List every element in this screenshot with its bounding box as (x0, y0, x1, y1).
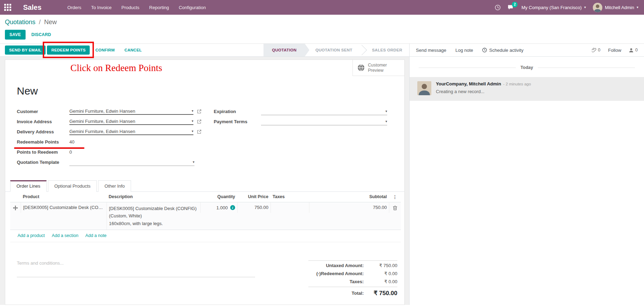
field-label: Customer (17, 109, 69, 114)
col-description[interactable]: Description (107, 192, 200, 202)
dropdown-caret-icon[interactable]: ▾ (192, 109, 193, 113)
divider-line (538, 68, 635, 68)
field-invoice-address: Invoice Address Gemini Furniture, Edwin … (17, 117, 201, 127)
cancel-button[interactable]: CANCEL (120, 46, 146, 55)
chatter-message[interactable]: YourCompany, Mitchell Admin - 2 minutes … (410, 77, 644, 101)
activities-clock-icon[interactable] (495, 5, 501, 11)
chatter-topbar: Send message Log note Schedule activity … (409, 44, 644, 56)
messages-icon[interactable]: 2 (508, 5, 514, 11)
dropdown-caret-icon[interactable]: ▾ (385, 110, 387, 113)
taxes-row: Taxes: ₹ 0.00 (308, 278, 397, 286)
followers-button[interactable]: 0 (629, 48, 638, 53)
menu-orders[interactable]: Orders (62, 0, 86, 15)
tab-optional-products[interactable]: Optional Products (48, 180, 97, 192)
menu-reporting[interactable]: Reporting (144, 0, 174, 15)
message-content: YourCompany, Mitchell Admin - 2 minutes … (436, 81, 531, 95)
field-quotation-template: Quotation Template ▾ (17, 157, 201, 167)
breadcrumb-quotations[interactable]: Quotations (5, 19, 35, 26)
add-product-link[interactable]: Add a product (18, 233, 45, 238)
customer-preview-button[interactable]: Customer Preview (352, 60, 404, 76)
message-author[interactable]: YourCompany, Mitchell Admin (436, 81, 501, 86)
add-note-link[interactable]: Add a note (85, 233, 107, 238)
col-product[interactable]: Product (21, 192, 107, 202)
add-section-link[interactable]: Add a section (52, 233, 78, 238)
control-panel: Quotations / New SAVE DISCARD (0, 15, 644, 43)
apps-grid-icon[interactable] (4, 4, 11, 11)
app-title[interactable]: Sales (23, 4, 41, 12)
cell-unit-price[interactable]: 750.00 (237, 202, 270, 213)
invoice-address-input[interactable]: Gemini Furniture, Edwin Hansen ▾ (69, 119, 193, 125)
col-subtotal[interactable]: Subtotal (309, 192, 389, 202)
cell-product[interactable]: [DESK0005] Customizable Desk (CONFIG... (21, 202, 107, 213)
menu-products[interactable]: Products (117, 0, 144, 15)
taxes-label: Taxes: (308, 279, 370, 284)
forecast-info-icon[interactable]: i (230, 205, 235, 210)
delivery-address-value: Gemini Furniture, Edwin Hansen (69, 129, 190, 134)
discard-button[interactable]: DISCARD (27, 30, 56, 40)
annotation-text: Click on Redeem Points (70, 63, 162, 76)
user-menu[interactable]: Mitchell Admin ▾ (593, 3, 638, 12)
expiration-input[interactable]: ▾ (261, 108, 387, 115)
field-delivery-address: Delivery Address Gemini Furniture, Edwin… (17, 127, 201, 137)
notebook-tabs: Order Lines Optional Products Other Info (5, 180, 404, 192)
confirm-button[interactable]: CONFIRM (91, 46, 119, 55)
menu-to-invoice[interactable]: To Invoice (86, 0, 117, 15)
quotation-template-input[interactable]: ▾ (69, 159, 194, 166)
external-link-icon[interactable] (197, 109, 201, 114)
dropdown-caret-icon[interactable]: ▾ (385, 120, 387, 123)
send-message-tab[interactable]: Send message (416, 48, 446, 53)
col-unit-price[interactable]: Unit Price (237, 192, 270, 202)
order-lines-table: Product Description Quantity Unit Price … (10, 192, 401, 242)
column-options-icon[interactable]: ⋮ (389, 192, 401, 202)
attachments-button[interactable]: 0 (592, 48, 601, 53)
delivery-address-input[interactable]: Gemini Furniture, Edwin Hansen ▾ (69, 129, 193, 135)
cell-taxes[interactable] (270, 202, 309, 213)
cell-description[interactable]: [DESK0005] Customizable Desk (CONFIG) (C… (107, 202, 200, 230)
field-label: Redeemable Points (17, 139, 69, 145)
col-taxes[interactable]: Taxes (270, 192, 309, 202)
field-label: Points to Reedeem (17, 149, 69, 155)
quotation-form-sheet: Click on Redeem Points Customer Preview … (5, 60, 405, 305)
company-switcher[interactable]: My Company (San Francisco) ▾ (521, 5, 586, 10)
cell-quantity[interactable]: 1.000 i (200, 202, 237, 213)
send-by-email-button[interactable]: SEND BY EMAIL (5, 46, 46, 55)
redeem-points-button[interactable]: REDEEM POINTS (47, 46, 90, 55)
status-sales-order[interactable]: SALES ORDER (365, 44, 409, 56)
dropdown-caret-icon[interactable]: ▾ (192, 130, 193, 133)
invoice-address-value: Gemini Furniture, Edwin Hansen (69, 119, 190, 124)
breadcrumb: Quotations / New (5, 19, 644, 26)
redeemed-amount-value: ₹ 0.00 (370, 271, 397, 276)
status-quotation[interactable]: QUOTATION (263, 44, 305, 56)
col-quantity[interactable]: Quantity (200, 192, 237, 202)
external-link-icon[interactable] (197, 119, 201, 124)
log-note-tab[interactable]: Log note (455, 48, 473, 53)
schedule-activity-tab[interactable]: Schedule activity (482, 48, 523, 53)
date-divider: Today (419, 65, 635, 70)
record-title[interactable]: New (17, 85, 404, 97)
external-link-icon[interactable] (197, 130, 201, 134)
dropdown-caret-icon[interactable]: ▾ (192, 119, 193, 123)
untaxed-amount-label: Untaxed Amount: (308, 263, 370, 268)
delete-row-icon[interactable] (389, 202, 401, 213)
dropdown-caret-icon[interactable]: ▾ (193, 160, 194, 164)
tab-other-info[interactable]: Other Info (98, 180, 131, 192)
tab-order-lines[interactable]: Order Lines (10, 180, 47, 192)
form-topbar: SEND BY EMAIL REDEEM POINTS CONFIRM CANC… (0, 43, 644, 57)
table-row[interactable]: [DESK0005] Customizable Desk (CONFIG... … (10, 202, 401, 230)
follow-button[interactable]: Follow (608, 48, 621, 53)
drag-handle-icon[interactable] (10, 202, 21, 213)
globe-icon (357, 64, 365, 71)
status-quotation-sent[interactable]: QUOTATION SENT (305, 44, 359, 56)
action-buttons: SEND BY EMAIL REDEEM POINTS CONFIRM CANC… (5, 46, 146, 55)
total-label: Total: (308, 291, 370, 296)
customer-input[interactable]: Gemini Furniture, Edwin Hansen ▾ (69, 109, 193, 115)
save-button[interactable]: SAVE (5, 30, 26, 40)
top-navbar: Sales Orders To Invoice Products Reporti… (0, 0, 644, 15)
field-label: Delivery Address (17, 129, 69, 134)
payment-terms-input[interactable]: ▾ (261, 118, 387, 125)
messages-count-badge: 2 (512, 2, 518, 7)
breadcrumb-separator: / (37, 19, 42, 26)
menu-configuration[interactable]: Configuration (174, 0, 211, 15)
notebook: Order Lines Optional Products Other Info… (5, 180, 404, 242)
terms-input[interactable]: Terms and conditions... (17, 260, 255, 277)
